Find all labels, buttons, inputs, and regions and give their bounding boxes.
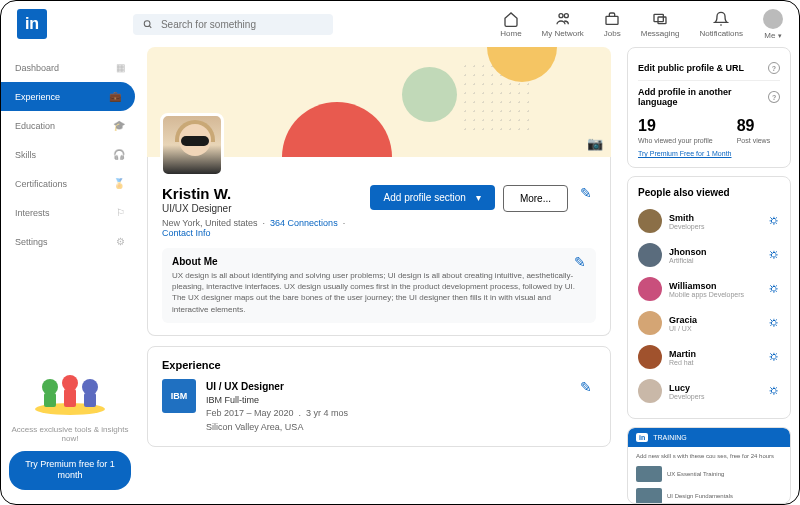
- person-avatar: [638, 209, 662, 233]
- person-item[interactable]: LucyDevelopers ⛭: [638, 374, 780, 408]
- course-title: UX Essential Training: [667, 471, 724, 477]
- person-avatar: [638, 379, 662, 403]
- nav-jobs[interactable]: Jobs: [604, 11, 621, 38]
- promo-illustration: [20, 359, 120, 419]
- person-name: Gracia: [669, 315, 761, 325]
- connect-icon[interactable]: ⛭: [768, 214, 780, 228]
- experience-item: IBM UI / UX Designer IBM Full-time Feb 2…: [162, 379, 596, 435]
- course-item[interactable]: UX Essential Training: [636, 463, 782, 485]
- person-name: Williamson: [669, 281, 761, 291]
- sidebar-item-interests[interactable]: Interests⚐: [1, 198, 139, 227]
- person-item[interactable]: GraciaUI / UX ⛭: [638, 306, 780, 340]
- person-item[interactable]: WilliamsonMobile apps Developers ⛭: [638, 272, 780, 306]
- person-name: Smith: [669, 213, 761, 223]
- svg-rect-6: [658, 17, 666, 24]
- training-description: Add new skill s with these cou ses, free…: [636, 453, 782, 459]
- edit-url-link[interactable]: Edit public profile & URL?: [638, 58, 780, 78]
- connect-icon[interactable]: ⛭: [768, 316, 780, 330]
- help-icon[interactable]: ?: [768, 62, 780, 74]
- svg-point-3: [564, 13, 568, 17]
- sidebar-item-skills[interactable]: Skills🎧: [1, 140, 139, 169]
- search-icon: [143, 19, 153, 30]
- nav-me[interactable]: Me ▾: [763, 9, 783, 40]
- nav-home[interactable]: Home: [500, 11, 521, 38]
- premium-promo: Access exclusive tools & insights now! T…: [1, 351, 139, 498]
- nav-network[interactable]: My Network: [542, 11, 584, 38]
- sidebar: Dashboard▦ Experience💼 Education🎓 Skills…: [1, 47, 139, 504]
- gear-icon: ⚙: [116, 236, 125, 247]
- job-dates: Feb 2017 – May 2020: [206, 408, 294, 418]
- job-duration: 3 yr 4 mos: [306, 408, 348, 418]
- about-text: UX design is all about identifying and s…: [172, 270, 586, 315]
- person-item[interactable]: MartinRed hat ⛭: [638, 340, 780, 374]
- linkedin-logo[interactable]: in: [17, 9, 47, 39]
- search-input[interactable]: [161, 19, 323, 30]
- person-name: Jhonson: [669, 247, 761, 257]
- edit-experience-icon[interactable]: ✎: [576, 379, 596, 435]
- svg-point-0: [144, 20, 150, 26]
- camera-icon[interactable]: 📷: [587, 136, 603, 151]
- profile-title: UI/UX Designer: [162, 203, 362, 214]
- edit-profile-icon[interactable]: ✎: [576, 185, 596, 201]
- profile-location: New York, United states: [162, 218, 258, 228]
- sidebar-item-experience[interactable]: Experience💼: [1, 82, 135, 111]
- svg-point-10: [82, 379, 98, 395]
- sidebar-item-education[interactable]: Education🎓: [1, 111, 139, 140]
- try-premium-button[interactable]: Try Premium free for 1 month: [9, 451, 131, 490]
- sidebar-item-certifications[interactable]: Certifications🏅: [1, 169, 139, 198]
- connect-icon[interactable]: ⛭: [768, 384, 780, 398]
- course-item[interactable]: UI Design Fundamentals: [636, 485, 782, 504]
- connections-link[interactable]: 364 Connections: [270, 218, 338, 228]
- chevron-down-icon: ▾: [778, 32, 782, 39]
- chevron-down-icon: ▾: [476, 192, 481, 203]
- edit-about-icon[interactable]: ✎: [570, 254, 590, 270]
- training-label: TRAINING: [653, 434, 686, 441]
- person-role: Artificial: [669, 257, 761, 264]
- svg-rect-13: [84, 393, 96, 407]
- search-container[interactable]: [133, 14, 333, 35]
- course-thumbnail: [636, 466, 662, 482]
- person-name: Martin: [669, 349, 761, 359]
- people-viewed-card: People also viewed SmithDevelopers ⛭ Jho…: [627, 176, 791, 419]
- grid-icon: ▦: [116, 62, 125, 73]
- contact-info-link[interactable]: Contact Info: [162, 228, 211, 238]
- premium-link[interactable]: Try Premium Free for 1 Month: [638, 150, 780, 157]
- post-views-label: Post views: [737, 137, 770, 144]
- profile-views-count: 19: [638, 117, 713, 135]
- svg-point-9: [62, 375, 78, 391]
- sidebar-item-dashboard[interactable]: Dashboard▦: [1, 53, 139, 82]
- svg-line-1: [149, 25, 151, 27]
- flag-icon: ⚐: [116, 207, 125, 218]
- briefcase-icon: 💼: [109, 91, 121, 102]
- add-language-link[interactable]: Add profile in another language?: [638, 80, 780, 111]
- svg-point-2: [559, 13, 563, 17]
- person-role: Developers: [669, 223, 761, 230]
- profile-photo[interactable]: [160, 113, 224, 177]
- cap-icon: 🎓: [113, 120, 125, 131]
- profile-card: Kristin W. UI/UX Designer New York, Unit…: [147, 157, 611, 336]
- main-column: 📷 Kristin W. UI/UX Designer New York, Un…: [139, 47, 619, 504]
- help-icon[interactable]: ?: [768, 91, 780, 103]
- add-section-button[interactable]: Add profile section▾: [370, 185, 495, 210]
- header: in Home My Network Jobs Messaging Notifi…: [1, 1, 799, 47]
- job-company: IBM Full-time: [206, 394, 566, 408]
- svg-point-8: [42, 379, 58, 395]
- svg-rect-11: [44, 393, 56, 407]
- more-button[interactable]: More...: [503, 185, 568, 212]
- person-avatar: [638, 243, 662, 267]
- training-card: inTRAINING Add new skill s with these co…: [627, 427, 791, 504]
- profile-name: Kristin W.: [162, 185, 362, 202]
- connect-icon[interactable]: ⛭: [768, 248, 780, 262]
- person-item[interactable]: JhonsonArtificial ⛭: [638, 238, 780, 272]
- connect-icon[interactable]: ⛭: [768, 282, 780, 296]
- nav-messaging[interactable]: Messaging: [641, 11, 680, 38]
- people-viewed-heading: People also viewed: [638, 187, 780, 198]
- nav-notifications[interactable]: Notifications: [699, 11, 743, 38]
- person-item[interactable]: SmithDevelopers ⛭: [638, 204, 780, 238]
- about-heading: About Me: [172, 256, 586, 267]
- connect-icon[interactable]: ⛭: [768, 350, 780, 364]
- sidebar-item-settings[interactable]: Settings⚙: [1, 227, 139, 256]
- course-title: UI Design Fundamentals: [667, 493, 733, 499]
- person-avatar: [638, 345, 662, 369]
- person-name: Lucy: [669, 383, 761, 393]
